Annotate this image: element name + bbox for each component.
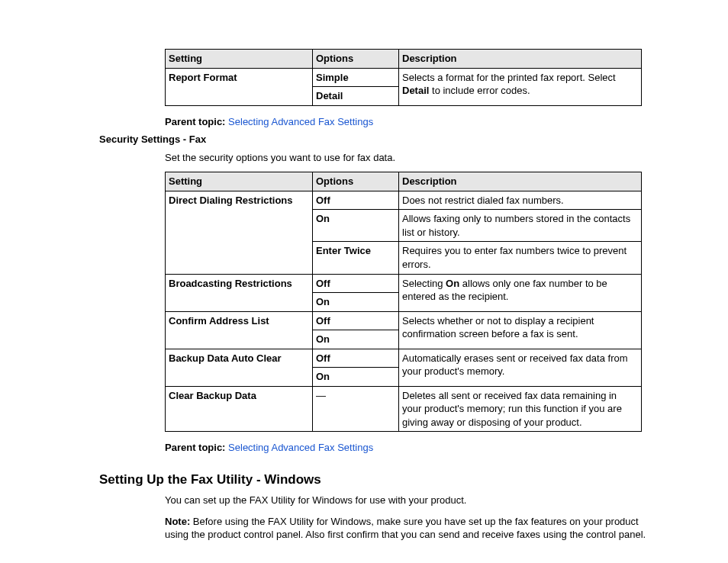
td-setting-cb: Clear Backup Data xyxy=(166,386,313,432)
td-opt-off: Off xyxy=(313,311,399,330)
td-setting-dd: Direct Dialing Restrictions xyxy=(166,191,313,274)
security-intro: Set the security options you want to use… xyxy=(165,151,655,165)
td-desc: Requires you to enter fax numbers twice … xyxy=(399,242,642,274)
parent-topic: Parent topic: Selecting Advanced Fax Set… xyxy=(165,115,655,129)
td-desc: Deletes all sent or received fax data re… xyxy=(399,386,642,432)
td-opt-on: On xyxy=(313,293,399,312)
security-heading: Security Settings - Fax xyxy=(99,133,655,146)
td-opt-off: Off xyxy=(313,274,399,293)
parent-topic-link[interactable]: Selecting Advanced Fax Settings xyxy=(228,442,373,453)
td-opt-off: Off xyxy=(313,191,399,210)
td-setting: Report Format xyxy=(166,68,313,105)
td-setting-ca: Confirm Address List xyxy=(166,311,313,349)
th-options: Options xyxy=(313,172,399,191)
th-setting: Setting xyxy=(166,172,313,191)
td-opt-on: On xyxy=(313,330,399,349)
parent-topic-link[interactable]: Selecting Advanced Fax Settings xyxy=(228,116,373,127)
td-opt-simple: Simple xyxy=(313,68,399,87)
td-desc: Automatically erases sent or received fa… xyxy=(399,349,642,386)
security-settings-table: Setting Options Description Direct Diali… xyxy=(165,172,642,432)
td-opt-on: On xyxy=(313,368,399,387)
th-setting: Setting xyxy=(166,50,313,69)
fax-utility-heading: Setting Up the Fax Utility - Windows xyxy=(99,471,655,489)
td-opt-on: On xyxy=(313,210,399,242)
td-setting-bd: Backup Data Auto Clear xyxy=(166,349,313,386)
th-description: Description xyxy=(399,50,642,69)
fax-utility-note: Note: Before using the FAX Utility for W… xyxy=(165,515,655,542)
fax-utility-intro: You can set up the FAX Utility for Windo… xyxy=(165,494,655,507)
th-description: Description xyxy=(399,172,642,191)
td-setting-br: Broadcasting Restrictions xyxy=(166,274,313,311)
td-desc: Selects a format for the printed fax rep… xyxy=(399,68,642,105)
td-desc: Does not restrict dialed fax numbers. xyxy=(399,191,642,210)
th-options: Options xyxy=(313,50,399,69)
parent-topic-label: Parent topic: xyxy=(165,116,225,127)
td-opt-detail: Detail xyxy=(313,87,399,106)
parent-topic: Parent topic: Selecting Advanced Fax Set… xyxy=(165,441,655,455)
td-opt-dash: — xyxy=(313,386,399,432)
td-opt-et: Enter Twice xyxy=(313,242,399,274)
td-desc: Selects whether or not to display a reci… xyxy=(399,311,642,349)
parent-topic-label: Parent topic: xyxy=(165,442,225,453)
td-opt-off: Off xyxy=(313,349,399,368)
report-format-table: Setting Options Description Report Forma… xyxy=(165,49,642,106)
td-desc: Selecting On allows only one fax number … xyxy=(399,274,642,311)
td-desc: Allows faxing only to numbers stored in … xyxy=(399,210,642,242)
